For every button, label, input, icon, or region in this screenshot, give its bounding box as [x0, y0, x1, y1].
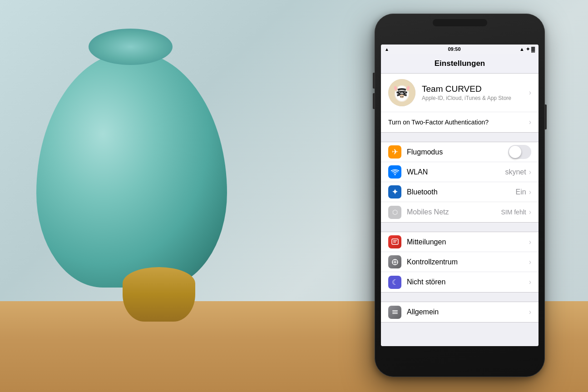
navigation-bar: Einstellungen [381, 54, 539, 74]
svg-point-4 [403, 91, 406, 94]
nav-title: Einstellungen [435, 59, 485, 68]
mobiles-netz-chevron-icon: › [529, 208, 531, 216]
power-button[interactable] [545, 104, 547, 129]
kontrollzentrum-label: Kontrollzentrum [407, 258, 529, 266]
bluetooth-value: Ein [516, 188, 526, 196]
profile-avatar [388, 79, 415, 106]
flugmodus-row[interactable]: ✈ Flugmodus [381, 142, 539, 162]
allgemein-row[interactable]: Allgemein › [381, 302, 539, 322]
status-bar-left: ▲ [385, 47, 389, 52]
mobiles-netz-value: SIM fehlt [501, 208, 526, 216]
vase-base [123, 267, 195, 322]
flugmodus-icon: ✈ [388, 145, 401, 159]
wifi-symbol [391, 169, 399, 175]
location-icon: ▲ [519, 46, 524, 52]
connectivity-group: ✈ Flugmodus [381, 142, 539, 223]
allgemein-group: Allgemein › [381, 302, 539, 323]
svg-point-3 [398, 91, 400, 94]
profile-row[interactable]: Team CURVED Apple-ID, iCloud, iTunes & A… [381, 74, 539, 112]
svg-point-6 [405, 92, 405, 93]
phone-screen: ▲ 09:50 ▲ ✦ ▓ Einstellungen [381, 45, 539, 346]
toggle-knob [509, 146, 521, 158]
wifi-status-icon: ▲ [385, 47, 389, 52]
svg-rect-14 [392, 239, 398, 244]
status-bar: ▲ 09:50 ▲ ✦ ▓ [381, 45, 539, 54]
mobiles-netz-row[interactable]: ⬡ Mobiles Netz SIM fehlt › [381, 202, 539, 222]
bluetooth-icon: ✦ [388, 185, 401, 198]
profile-subtitle: Apple-ID, iCloud, iTunes & App Store [422, 95, 529, 101]
allgemein-symbol [391, 308, 399, 316]
nicht-stoeren-row[interactable]: ☾ Nicht stören › [381, 272, 539, 292]
kontrollzentrum-chevron-icon: › [529, 258, 531, 266]
mitteilungen-label: Mitteilungen [407, 238, 529, 246]
two-factor-row[interactable]: Turn on Two-Factor Authentication? › [381, 112, 539, 133]
zebra-icon [388, 79, 415, 106]
nicht-stoeren-icon: ☾ [388, 276, 401, 289]
control-center-symbol [391, 258, 399, 266]
two-factor-chevron-icon: › [529, 118, 531, 126]
volume-up-button[interactable] [373, 73, 375, 89]
volume-down-button[interactable] [373, 93, 375, 109]
bluetooth-label: Bluetooth [407, 188, 516, 196]
flugmodus-toggle[interactable] [508, 145, 531, 159]
bluetooth-row[interactable]: ✦ Bluetooth Ein › [381, 182, 539, 202]
mitteilungen-row[interactable]: Mitteilungen › [381, 232, 539, 252]
wlan-label: WLAN [407, 168, 505, 176]
battery-icon: ▓ [531, 46, 535, 52]
wlan-value: skynet [505, 168, 526, 176]
svg-rect-24 [392, 312, 398, 313]
profile-name: Team CURVED [422, 84, 529, 94]
flugmodus-label: Flugmodus [407, 148, 508, 156]
svg-rect-23 [392, 310, 398, 311]
svg-point-9 [402, 96, 404, 98]
wlan-row[interactable]: WLAN skynet › [381, 162, 539, 182]
settings-content: Team CURVED Apple-ID, iCloud, iTunes & A… [381, 74, 539, 346]
mobiles-netz-icon: ⬡ [388, 206, 401, 219]
notifications-symbol [391, 238, 399, 246]
kontrollzentrum-row[interactable]: Kontrollzentrum › [381, 252, 539, 272]
svg-point-8 [400, 96, 402, 98]
profile-info: Team CURVED Apple-ID, iCloud, iTunes & A… [422, 84, 529, 101]
status-bar-right: ▲ ✦ ▓ [519, 46, 535, 52]
profile-chevron-icon: › [529, 89, 531, 97]
bluetooth-status-icon: ✦ [526, 46, 530, 52]
svg-point-18 [394, 261, 396, 263]
bluetooth-chevron-icon: › [529, 188, 531, 196]
phone-device: ▲ 09:50 ▲ ✦ ▓ Einstellungen [375, 14, 545, 377]
nicht-stoeren-label: Nicht stören [407, 278, 529, 286]
allgemein-icon [388, 306, 401, 319]
mitteilungen-chevron-icon: › [529, 238, 531, 246]
status-time: 09:50 [448, 46, 460, 52]
mitteilungen-icon [388, 235, 401, 248]
wlan-icon [388, 165, 401, 179]
svg-point-7 [400, 94, 404, 98]
notifications-group: Mitteilungen › [381, 232, 539, 293]
kontrollzentrum-icon [388, 255, 401, 268]
allgemein-chevron-icon: › [529, 308, 531, 316]
allgemein-label: Allgemein [407, 308, 529, 316]
svg-rect-25 [392, 313, 398, 314]
nicht-stoeren-chevron-icon: › [529, 278, 531, 286]
svg-point-5 [399, 92, 400, 93]
vase-neck [89, 29, 173, 65]
mobiles-netz-label: Mobiles Netz [407, 208, 501, 216]
two-factor-label: Turn on Two-Factor Authentication? [388, 119, 489, 126]
speaker-bar [433, 19, 487, 26]
wlan-chevron-icon: › [529, 168, 531, 176]
